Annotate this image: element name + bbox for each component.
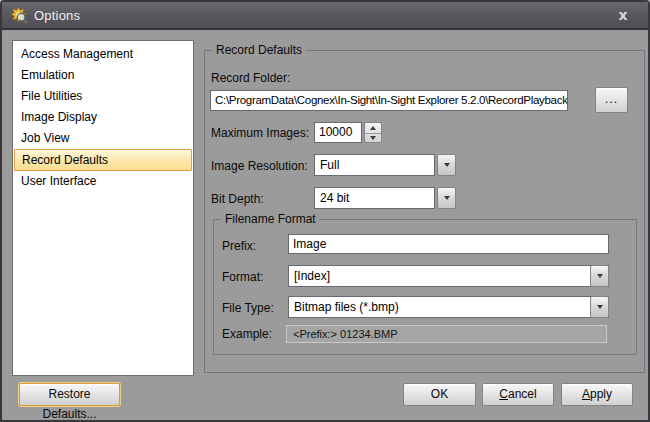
filename-format-group-title: Filename Format (221, 212, 320, 226)
example-label: Example: (222, 327, 272, 341)
category-list: Access Management Emulation File Utiliti… (12, 40, 194, 376)
maximum-images-input[interactable]: 10000 (314, 122, 362, 143)
apply-button[interactable]: Apply (561, 383, 633, 406)
bit-depth-value: 24 bit (314, 187, 435, 209)
format-dropdown-button[interactable] (590, 265, 609, 287)
file-type-value: Bitmap files (*.bmp) (288, 296, 609, 318)
chevron-down-icon (597, 274, 603, 278)
options-dialog: Options x Access Management Emulation Fi… (0, 0, 650, 422)
bit-depth-dropdown-button[interactable] (437, 187, 456, 209)
image-resolution-select[interactable]: Full (314, 154, 456, 176)
file-type-dropdown-button[interactable] (590, 296, 609, 318)
format-select[interactable]: [Index] (288, 265, 609, 287)
example-value: <Prefix:> 01234.BMP (286, 325, 607, 343)
cancel-button[interactable]: Cancel (482, 383, 554, 406)
options-gear-magnifier-icon (11, 7, 28, 24)
spinner-down-icon[interactable] (365, 133, 381, 143)
sidebar-item-user-interface[interactable]: User Interface (13, 171, 193, 192)
ok-button[interactable]: OK (403, 383, 476, 406)
sidebar-item-record-defaults[interactable]: Record Defaults (14, 149, 192, 171)
sidebar-item-job-view[interactable]: Job View (13, 128, 193, 149)
spinner-up-icon[interactable] (365, 123, 381, 133)
window-title: Options (34, 8, 80, 23)
filename-format-group: Filename Format Prefix: Image Format: [I… (213, 219, 637, 355)
chevron-down-icon (597, 305, 603, 309)
sidebar-item-file-utilities[interactable]: File Utilities (13, 86, 193, 107)
format-label: Format: (222, 270, 263, 284)
image-resolution-label: Image Resolution: (211, 159, 308, 173)
restore-defaults-button[interactable]: Restore Defaults... (19, 383, 120, 406)
format-value: [Index] (288, 265, 609, 287)
record-folder-input[interactable]: C:\ProgramData\Cognex\In-Sight\In-Sight … (210, 90, 568, 111)
image-resolution-dropdown-button[interactable] (437, 154, 456, 176)
sidebar-item-access-management[interactable]: Access Management (13, 44, 193, 65)
close-icon[interactable]: x (612, 6, 634, 26)
image-resolution-value: Full (314, 154, 435, 176)
bit-depth-label: Bit Depth: (211, 192, 264, 206)
chevron-down-icon (444, 196, 450, 200)
sidebar-item-image-display[interactable]: Image Display (13, 107, 193, 128)
file-type-select[interactable]: Bitmap files (*.bmp) (288, 296, 609, 318)
prefix-label: Prefix: (222, 239, 256, 253)
record-folder-label: Record Folder: (211, 71, 290, 85)
bit-depth-select[interactable]: 24 bit (314, 187, 456, 209)
maximum-images-label: Maximum Images: (211, 126, 309, 140)
browse-button[interactable]: ... (595, 87, 628, 113)
prefix-input[interactable]: Image (288, 234, 609, 254)
record-defaults-group: Record Defaults Record Folder: C:\Progra… (204, 50, 645, 373)
maximum-images-spinner[interactable] (364, 122, 382, 143)
chevron-down-icon (444, 163, 450, 167)
sidebar-item-emulation[interactable]: Emulation (13, 65, 193, 86)
record-defaults-group-title: Record Defaults (212, 43, 306, 57)
file-type-label: File Type: (222, 301, 274, 315)
titlebar[interactable]: Options x (2, 2, 648, 30)
